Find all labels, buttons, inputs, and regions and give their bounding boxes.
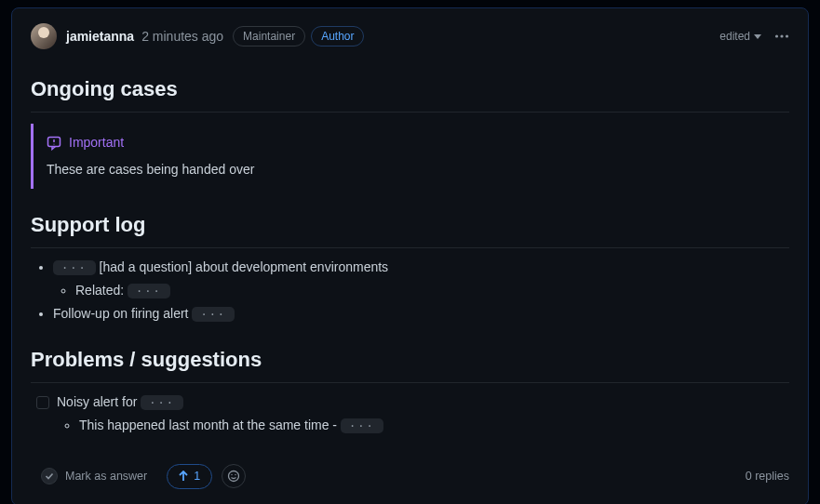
important-icon <box>47 136 61 151</box>
redacted-chip: ... <box>141 395 183 410</box>
list-item: ... [had a question] about development e… <box>53 258 789 300</box>
task-item: Noisy alert for ... This happened last m… <box>36 392 789 439</box>
list-item: Follow-up on firing alert ... <box>53 304 789 324</box>
comment-actions: Mark as answer 1 0 replies <box>31 463 789 490</box>
check-circle-icon <box>41 468 58 484</box>
username[interactable]: jamietanna <box>66 27 134 46</box>
callout-label: Important <box>69 133 124 153</box>
redacted-chip: ... <box>128 284 170 298</box>
more-actions-button[interactable] <box>774 29 789 44</box>
avatar[interactable] <box>31 23 57 49</box>
redacted-chip: ... <box>53 260 96 275</box>
svg-point-2 <box>786 34 788 37</box>
redacted-chip: ... <box>192 307 235 322</box>
callout-body: These are cases being handed over <box>47 160 776 179</box>
comment-header: jamietanna 2 minutes ago Maintainer Auth… <box>31 23 789 49</box>
upvote-button[interactable]: 1 <box>167 464 212 489</box>
edited-indicator[interactable]: edited <box>719 28 761 45</box>
list-item: This happened last month at the same tim… <box>79 416 383 435</box>
heading-ongoing-cases: Ongoing cases <box>31 73 789 113</box>
badge-author: Author <box>311 26 364 46</box>
caret-down-icon <box>754 34 761 39</box>
timestamp[interactable]: 2 minutes ago <box>141 27 223 46</box>
reply-count: 0 replies <box>746 468 789 485</box>
badge-maintainer: Maintainer <box>233 26 305 46</box>
list-item: Related: ... <box>75 281 789 300</box>
kebab-icon <box>774 29 789 44</box>
arrow-up-icon <box>179 471 188 482</box>
support-list: ... [had a question] about development e… <box>31 258 789 324</box>
svg-point-8 <box>235 474 235 475</box>
smiley-icon <box>227 470 240 483</box>
heading-problems: Problems / suggestions <box>31 344 789 383</box>
svg-point-0 <box>775 34 778 37</box>
important-callout: Important These are cases being handed o… <box>31 124 789 189</box>
add-reaction-button[interactable] <box>222 464 246 488</box>
mark-answer-button[interactable]: Mark as answer <box>31 463 157 490</box>
svg-point-7 <box>231 474 232 475</box>
task-checkbox[interactable] <box>36 396 49 409</box>
heading-support-log: Support log <box>31 209 789 248</box>
svg-point-1 <box>780 34 783 37</box>
redacted-chip: ... <box>341 418 383 433</box>
comment-card: jamietanna 2 minutes ago Maintainer Auth… <box>11 7 809 504</box>
svg-point-5 <box>53 143 54 144</box>
svg-point-6 <box>229 471 239 482</box>
